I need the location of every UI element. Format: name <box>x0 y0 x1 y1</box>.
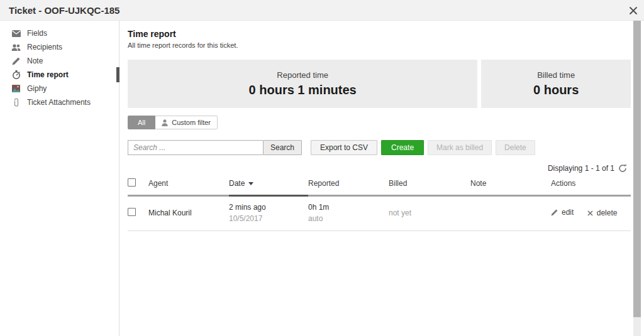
filter-tab-custom-label: Custom filter <box>172 119 211 126</box>
search-button[interactable]: Search <box>263 140 302 155</box>
stopwatch-icon <box>11 70 21 80</box>
row-checkbox-cell <box>128 196 148 231</box>
paperclip-icon <box>11 98 21 107</box>
pencil-icon <box>11 57 21 66</box>
date-relative: 2 mins ago <box>229 203 308 212</box>
billed-time-value: 0 hours <box>533 83 579 97</box>
billed-time-label: Billed time <box>537 70 575 80</box>
reported-time-label: Reported time <box>277 70 328 80</box>
sidebar-item-giphy[interactable]: Giphy <box>0 82 119 95</box>
page-title: Time report <box>128 29 631 39</box>
displaying-count: Displaying 1 - 1 of 1 <box>548 164 614 173</box>
reported-time-box: Reported time 0 hours 1 minutes <box>128 60 477 108</box>
page-subtitle: All time report records for this ticket. <box>128 41 631 49</box>
column-header-agent[interactable]: Agent <box>148 175 229 196</box>
people-icon <box>11 43 21 52</box>
reported-time-value: 0 hours 1 minutes <box>249 83 357 97</box>
date-absolute: 10/5/2017 <box>229 214 308 223</box>
billed-time-box: Billed time 0 hours <box>481 60 631 108</box>
filter-tab-all[interactable]: All <box>128 116 155 129</box>
sort-desc-icon <box>248 182 253 185</box>
sidebar-item-recipients[interactable]: Recipients <box>0 40 119 54</box>
sidebar-item-label: Giphy <box>27 84 47 93</box>
sidebar-item-note[interactable]: Note <box>0 54 119 68</box>
date-cell: 2 mins ago 10/5/2017 <box>229 196 308 231</box>
reported-duration: 0h 1m <box>308 203 389 212</box>
sidebar-item-fields[interactable]: Fields <box>0 26 119 40</box>
sidebar-item-label: Time report <box>27 70 69 79</box>
sidebar-item-label: Note <box>27 57 43 65</box>
image-icon <box>11 84 21 94</box>
search-input[interactable] <box>128 140 263 155</box>
close-button[interactable] <box>626 4 640 18</box>
sidebar-item-label: Fields <box>27 29 47 38</box>
select-all-checkbox-cell <box>128 175 148 196</box>
toolbar: Search Export to CSV Create Mark as bill… <box>128 140 631 155</box>
column-header-actions: Actions <box>551 175 631 196</box>
select-all-checkbox[interactable] <box>128 178 136 187</box>
billed-cell: not yet <box>389 196 470 231</box>
sidebar-item-ticket-attachments[interactable]: Ticket Attachments <box>0 95 119 109</box>
delete-button[interactable]: Delete <box>496 140 535 155</box>
ticket-modal: Ticket - OOF-UJKQC-185 Fields Recipients… <box>0 0 644 336</box>
table-header-row: Agent Date Reported Billed Note Actions <box>128 175 631 196</box>
agent-cell: Michal Kouril <box>148 196 229 231</box>
close-icon <box>629 6 638 15</box>
modal-titlebar: Ticket - OOF-UJKQC-185 <box>0 0 644 21</box>
delete-x-icon <box>587 210 593 216</box>
edit-link[interactable]: edit <box>551 208 574 217</box>
filter-tabs: All Custom filter <box>128 116 631 129</box>
scrollbar-thumb[interactable] <box>633 21 641 317</box>
vertical-scrollbar <box>633 21 641 336</box>
sidebar-item-time-report[interactable]: Time report <box>0 68 119 82</box>
person-icon <box>162 119 168 126</box>
delete-link[interactable]: delete <box>587 209 618 217</box>
sidebar-item-label: Recipients <box>27 43 62 51</box>
column-header-billed[interactable]: Billed <box>389 175 470 196</box>
sidebar: Fields Recipients Note Time report Giphy <box>0 21 119 336</box>
note-cell <box>470 196 551 231</box>
delete-link-label: delete <box>597 209 618 217</box>
time-report-panel: Time report All time report records for … <box>120 21 633 336</box>
modal-title: Ticket - OOF-UJKQC-185 <box>9 5 119 16</box>
sidebar-item-label: Ticket Attachments <box>27 98 91 107</box>
reported-cell: 0h 1m auto <box>308 196 389 231</box>
create-button[interactable]: Create <box>381 140 424 155</box>
filter-tab-custom[interactable]: Custom filter <box>155 116 218 129</box>
actions-cell: edit delete <box>551 196 631 231</box>
edit-pencil-icon <box>551 209 558 216</box>
row-checkbox[interactable] <box>128 208 136 216</box>
refresh-icon[interactable] <box>618 164 627 173</box>
time-report-table: Agent Date Reported Billed Note Actions … <box>128 175 631 231</box>
summary-row: Reported time 0 hours 1 minutes Billed t… <box>128 60 631 108</box>
export-csv-button[interactable]: Export to CSV <box>311 140 377 155</box>
envelope-icon <box>11 29 21 38</box>
column-header-date[interactable]: Date <box>229 175 308 196</box>
edit-link-label: edit <box>562 208 574 217</box>
column-header-note[interactable]: Note <box>470 175 551 196</box>
table-row: Michal Kouril 2 mins ago 10/5/2017 0h 1m… <box>128 196 631 231</box>
column-header-reported[interactable]: Reported <box>308 175 389 196</box>
mark-as-billed-button[interactable]: Mark as billed <box>428 140 492 155</box>
status-row: Displaying 1 - 1 of 1 <box>128 164 631 173</box>
reported-mode: auto <box>308 214 389 223</box>
